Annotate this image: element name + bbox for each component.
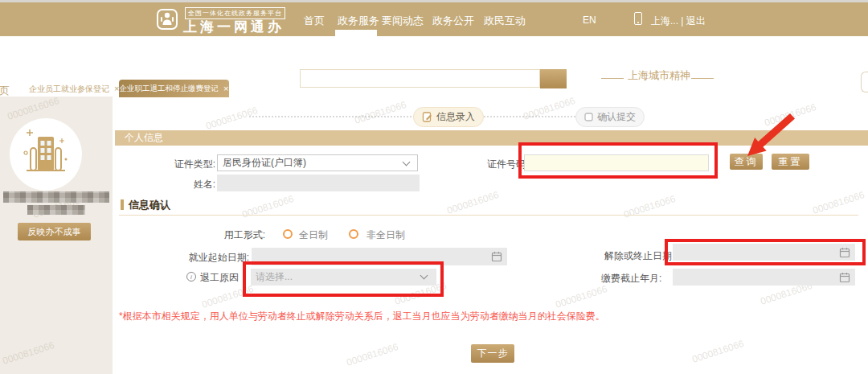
deco-line-left xyxy=(601,78,624,79)
next-step-button[interactable]: 下一步 xyxy=(471,344,514,363)
radio-full-time[interactable] xyxy=(283,229,293,239)
annotation-box-quit-reason xyxy=(243,261,444,297)
cert-type-select[interactable]: 居民身份证(户口簿) xyxy=(217,154,418,171)
end-date-label: 解除或终止日期 xyxy=(604,249,672,263)
watermark: 0000816066 xyxy=(445,189,500,216)
watermark: 0000816066 xyxy=(204,105,259,132)
close-icon[interactable]: × xyxy=(223,84,228,93)
watermark: 0000816066 xyxy=(554,283,608,310)
edit-doc-icon xyxy=(422,112,432,122)
watermark: 0000816066 xyxy=(345,341,399,368)
site-logo-icon[interactable] xyxy=(156,8,178,31)
user-menu[interactable]: 上海... | 退出 xyxy=(651,14,706,28)
info-icon[interactable]: i xyxy=(186,272,196,282)
fee-month-label: 缴费截止年月: xyxy=(601,272,661,286)
watermark: 0000816066 xyxy=(353,99,407,126)
name-label: 姓名: xyxy=(146,178,215,191)
radio-part-time-label[interactable]: 非全日制 xyxy=(366,228,405,242)
annotation-box-end-date xyxy=(665,239,866,265)
start-date-label: 就业起始日期: xyxy=(175,251,249,265)
lang-switch[interactable]: EN xyxy=(583,14,596,26)
nav-interaction[interactable]: 政民互动 xyxy=(484,14,526,28)
calendar-icon[interactable] xyxy=(839,272,850,283)
fee-month-input[interactable] xyxy=(673,269,855,286)
name-input[interactable] xyxy=(217,175,420,191)
city-spirit-title: 上海城市精神 xyxy=(628,68,690,83)
deco-line-right xyxy=(691,78,714,79)
watermark: 0000816066 xyxy=(240,193,295,220)
section-confirm-info: 信息确认 xyxy=(129,198,170,212)
regulation-warning: *根据本市相关规定，用人单位与劳动者终止或解除劳动关系后，退工当月也应当为劳动者… xyxy=(119,310,605,323)
tab-home[interactable]: 首页 xyxy=(0,84,10,98)
nav-gov-services[interactable]: 政务服务 xyxy=(338,14,379,28)
step-confirm-submit: 确认提交 xyxy=(575,107,645,127)
mobile-icon[interactable] xyxy=(634,12,642,25)
step-label: 信息录入 xyxy=(436,110,475,124)
cert-type-value: 居民身份证(户口簿) xyxy=(223,157,306,168)
calendar-icon[interactable] xyxy=(491,251,502,262)
employment-type-label: 用工形式: xyxy=(193,228,265,242)
feedback-button[interactable]: 反映办不成事 xyxy=(18,223,91,240)
annotation-box-cert-no xyxy=(518,142,718,179)
tab-employment-reg[interactable]: 企业员工就业参保登记× xyxy=(29,84,119,95)
nav-gov-open[interactable]: 政务公开 xyxy=(432,14,474,28)
radio-full-time-label[interactable]: 全日制 xyxy=(299,228,328,242)
search-button[interactable] xyxy=(540,69,567,88)
watermark: 0000816066 xyxy=(690,338,745,365)
watermark: 0000816066 xyxy=(622,193,677,220)
section-divider xyxy=(119,215,858,216)
checkbox-icon xyxy=(584,113,593,121)
site-title: 上海一网通办 xyxy=(183,18,285,36)
redacted-company-name xyxy=(3,191,109,203)
nav-home[interactable]: 首页 xyxy=(304,14,325,28)
quit-reason-label: 退工原因 xyxy=(200,271,239,285)
redacted-company-name xyxy=(27,205,85,215)
cert-type-label: 证件类型: xyxy=(146,158,215,171)
tab-termination-reg[interactable]: 企业职工退工和停止缴费登记× xyxy=(119,80,229,97)
step-connector xyxy=(249,116,575,117)
watermark: 0000816066 xyxy=(811,189,866,216)
radio-part-time[interactable] xyxy=(349,229,358,239)
chevron-down-icon xyxy=(403,158,411,166)
tab-label: 企业员工就业参保登记 xyxy=(29,84,109,93)
annotation-arrow xyxy=(738,113,800,161)
nav-active-underline xyxy=(335,30,377,36)
page: 0000816066 0000816066 0000816066 0000816… xyxy=(0,0,868,374)
step-info-entry: 信息录入 xyxy=(413,107,484,127)
watermark: 0000816066 xyxy=(522,95,576,122)
section-tick xyxy=(121,199,124,210)
building-icon xyxy=(20,127,72,182)
tab-label: 企业职工退工和停止缴费登记 xyxy=(120,84,219,94)
side-panel-edge xyxy=(861,72,868,92)
nav-news[interactable]: 要闻动态 xyxy=(382,14,424,28)
step-label: 确认提交 xyxy=(597,110,636,124)
search-input[interactable] xyxy=(300,69,540,88)
